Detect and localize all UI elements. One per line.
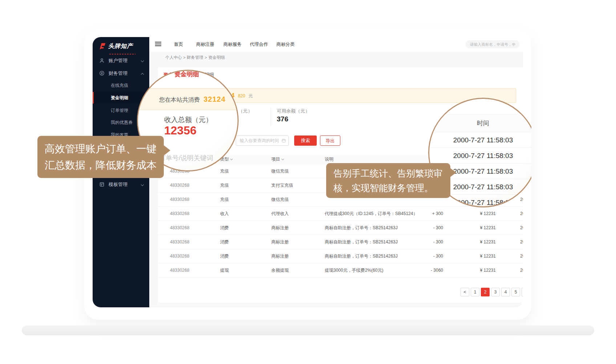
header-type[interactable]: 类型: [220, 154, 232, 164]
cell-order: 48330268: [170, 193, 189, 207]
cell-amount: - 3060: [405, 263, 443, 278]
pagination-page-4[interactable]: 4: [501, 288, 510, 296]
callout-left-text: 高效管理账户订单、一键汇总数据，降低财务成本: [45, 143, 157, 171]
cell-time: 2000-7-27 11:58:03: [520, 235, 523, 249]
logo: 头牌知产: [98, 42, 133, 50]
balance-label: 可用余额（元）: [277, 108, 310, 114]
logo-text: 头牌知产: [108, 43, 133, 50]
table-row[interactable]: 48330268提现余额提现提现3000元，手续费2%(60元)- 3060¥ …: [158, 263, 523, 278]
cell-order: 48330268: [170, 207, 189, 221]
banner-prefix: 您在本站共消费: [174, 92, 212, 98]
chevron-up-icon: [141, 73, 144, 76]
cell-project: 微信充值: [271, 193, 289, 207]
callout-right-text: 告别手工统计、告别繁琐审核，实现智能财务管理。: [333, 168, 442, 193]
cell-order: 48330268: [170, 263, 189, 278]
header-time: 时间: [520, 154, 523, 164]
cell-project: 余额提现: [271, 263, 289, 278]
pagination-next-button[interactable]: [522, 288, 523, 296]
nav-home[interactable]: 首页: [174, 37, 183, 52]
sidebar-item-account[interactable]: 账户管理: [93, 55, 149, 66]
sidebar-item-finance[interactable]: 财务管理: [93, 68, 149, 79]
cell-order: 48330268: [170, 235, 189, 249]
cell-project: 商标注册: [271, 235, 289, 249]
cell-time: 2000-7-27 11:58:03: [520, 207, 523, 221]
sidebar-item-template[interactable]: 模板管理: [93, 179, 149, 190]
pagination-page-2-active[interactable]: 2: [481, 288, 490, 296]
cell-time: 2000-7-27 11:58:03: [520, 221, 523, 235]
caret-down-icon: [230, 158, 233, 160]
sidebar-item-online-recharge[interactable]: 在线充值: [93, 80, 149, 91]
template-icon: [99, 182, 105, 187]
nav-trademark-service[interactable]: 商标服务: [223, 37, 242, 52]
callout-left: 高效管理账户订单、一键汇总数据，降低财务成本: [37, 136, 164, 178]
callout-right: 告别手工统计、告别繁琐审核，实现智能财务管理。: [326, 163, 450, 198]
cell-amount: - 300: [405, 221, 443, 235]
pagination-prev-button[interactable]: <: [461, 288, 469, 296]
pagination-page-1[interactable]: 1: [471, 288, 479, 296]
table-row[interactable]: 48330268消费商标注册商标自助注册，订单号：SB2514263J- 300…: [158, 221, 523, 235]
callout-arrow-right-icon: [450, 168, 456, 177]
consumption-banner: 您在本站共消费 32124 820 元: [165, 88, 516, 103]
global-search-input[interactable]: [466, 40, 519, 48]
cell-project: 商标注册: [271, 221, 289, 235]
cell-amount: + 300: [405, 207, 443, 221]
stats-divider: [271, 108, 271, 127]
nav-trademark-register[interactable]: 商标注册: [196, 37, 214, 52]
cell-desc: 提现3000元，手续费2%(60元): [325, 263, 383, 278]
user-icon: [99, 58, 105, 63]
cell-type: 充值: [220, 193, 229, 207]
table-row[interactable]: 48330268消费商标注册商标自助注册，订单号：SB2514263J- 300…: [158, 235, 523, 249]
sidebar-item-order-management[interactable]: 订单管理: [93, 105, 149, 116]
income-total-label: 收入总额（元）: [165, 112, 208, 120]
sidebar-item-my-coupons[interactable]: 我的优惠券: [93, 117, 149, 128]
callout-arrow-right-icon: [164, 145, 170, 155]
cell-amount: - 300: [405, 249, 443, 263]
cell-balance: ¥ 12231: [456, 249, 496, 263]
top-navbar: 首页 商标注册 商标服务 代理合作 商标分类: [149, 37, 523, 52]
chevron-down-icon: [141, 59, 144, 62]
pagination-page-5[interactable]: 5: [511, 288, 520, 296]
chevron-down-icon: [141, 183, 144, 186]
cell-desc: 代理提成300元（ID:1245，订单号：SB45124）: [325, 207, 417, 221]
cell-order: 48330268: [170, 164, 189, 178]
middle-stat-label: （元）: [238, 108, 252, 114]
nav-trademark-category[interactable]: 商标分类: [276, 37, 295, 52]
table-row[interactable]: 48330268消费商标注册商标自助注册，订单号：SB2514263J- 300…: [158, 249, 523, 263]
calendar-icon: [281, 138, 286, 143]
nav-agent-cooperation[interactable]: 代理合作: [250, 37, 268, 52]
hamburger-menu-icon[interactable]: [155, 42, 161, 46]
cell-order: 48330268: [170, 249, 189, 263]
pagination-page-3[interactable]: 3: [491, 288, 500, 296]
balance-value: 376: [277, 115, 288, 123]
finance-icon: [99, 70, 105, 76]
export-button[interactable]: 导出: [320, 136, 340, 146]
sidebar-item-label: 财务管理: [109, 68, 127, 79]
cell-desc: 商标自助注册，订单号：SB2514263J: [325, 235, 398, 249]
tab-funds-detail[interactable]: 资金明细: [163, 72, 182, 78]
header-project[interactable]: 项目: [271, 154, 284, 164]
income-total-value: 12356: [165, 120, 195, 133]
logo-icon: [98, 42, 106, 50]
header-order: 订单号: [170, 154, 183, 164]
cell-order: 48330268: [170, 178, 189, 193]
search-button[interactable]: 搜索: [294, 136, 317, 146]
cell-time: 2000-7-27 11:58:03: [520, 178, 523, 193]
keyword-search-input[interactable]: [165, 136, 227, 146]
cell-balance: ¥ 12231: [456, 235, 496, 249]
banner-big-amount: 32124: [214, 92, 235, 99]
cell-project: 支付宝充值: [271, 178, 293, 193]
cell-balance: ¥ 12231: [456, 263, 496, 278]
table-header: 订单号 类型 项目 说明 时间: [158, 154, 523, 164]
tab-secondary-fragment[interactable]: 明细: [204, 72, 214, 78]
table-row[interactable]: 48330268收入代理收入代理提成300元（ID:1245，订单号：SB451…: [158, 207, 523, 221]
banner-unit: 元: [248, 93, 253, 98]
time-search-input[interactable]: [236, 136, 289, 146]
sidebar-item-label: 账户管理: [109, 55, 127, 66]
banner-small-amount: 820: [238, 93, 245, 98]
cell-time: 2000-7-27 11:58:03: [520, 263, 523, 278]
cell-order: 48330268: [170, 221, 189, 235]
cell-desc: 商标自助注册，订单号：SB2514263J: [325, 249, 398, 263]
cell-type: 提现: [220, 263, 229, 278]
cell-project: 代理收入: [271, 207, 289, 221]
sidebar-item-funds-detail[interactable]: 资金明细: [93, 92, 149, 104]
